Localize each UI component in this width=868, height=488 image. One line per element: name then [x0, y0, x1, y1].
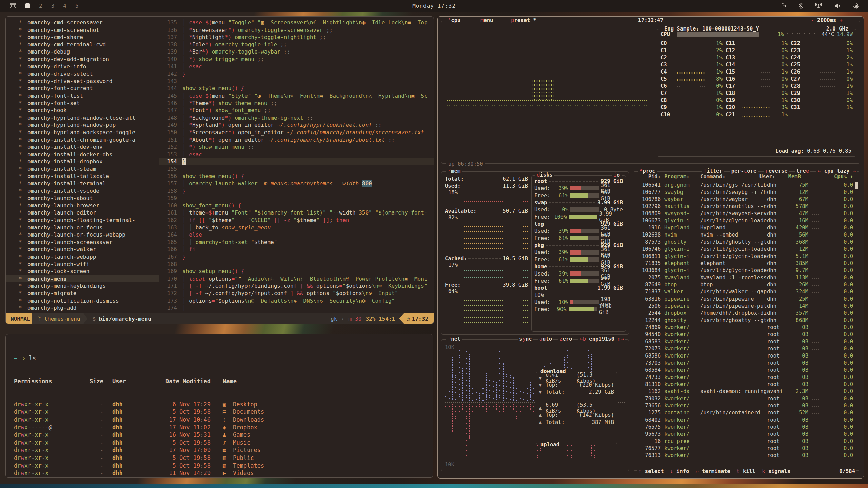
- file-item[interactable]: *omarchy-menu-keybindings: [6, 282, 159, 290]
- tab-mem[interactable]: ²mem: [448, 168, 460, 174]
- process-row[interactable]: 76575kworker/root0B0.0: [634, 423, 859, 430]
- file-item[interactable]: *omarchy-drive-set-password: [6, 78, 159, 85]
- net-control[interactable]: ←b enp191s0 n→: [578, 336, 625, 342]
- file-item[interactable]: *omarchy-lock-screen: [6, 268, 159, 275]
- file-item[interactable]: *omarchy-dev-add-migration: [6, 56, 159, 63]
- file-item[interactable]: *omarchy-cmd-screensaver: [6, 19, 159, 26]
- file-item[interactable]: *omarchy-migrate: [6, 290, 159, 297]
- process-row[interactable]: 72073kworker/root0B0.0: [634, 345, 859, 352]
- proc-control[interactable]: filter: [702, 168, 724, 174]
- process-row[interactable]: 95673kworker/root0B0.0: [634, 430, 859, 438]
- process-row[interactable]: 81310kworker/root0B0.0: [634, 381, 859, 388]
- terminal-window[interactable]: ~ › ls PermissionsSizeUserDate ModifiedN…: [5, 334, 433, 478]
- process-row[interactable]: 102638nvimnvim --embeddhh56M0.0: [634, 231, 859, 238]
- file-list[interactable]: *omarchy-cmd-screensaver*omarchy-cmd-scr…: [6, 17, 159, 313]
- process-row[interactable]: 2075XwaylandXwayland :1 -rootless -dhh11…: [634, 274, 859, 281]
- file-item[interactable]: *omarchy-install-dropbox: [6, 158, 159, 165]
- process-row[interactable]: 106809swayosd-/usr/bin/swayosd-serverdhh…: [634, 210, 859, 217]
- file-item[interactable]: *omarchy-cmd-screenshot: [6, 26, 159, 34]
- file-item[interactable]: *omarchy-pkg-add: [6, 304, 159, 312]
- process-row[interactable]: 74733kworker/root0B0.0: [634, 373, 859, 381]
- file-item[interactable]: *omarchy-hyprland-window-pop: [6, 121, 159, 129]
- process-row[interactable]: 79032kworker/root0B0.0: [634, 395, 859, 402]
- process-row[interactable]: 106811glycin-i/usr/lib/glycin-loadersdhh…: [634, 252, 859, 260]
- process-list[interactable]: 106541org.gnom/usr/bin/gjs /usr/lib/odhh…: [634, 181, 859, 469]
- process-row[interactable]: 73703kworker/root0B0.0: [634, 359, 859, 366]
- process-row[interactable]: 106746glycin-i/usr/lib/glycin-loadersdhh…: [634, 245, 859, 252]
- file-item[interactable]: *omarchy-hook: [6, 107, 159, 114]
- proc-control[interactable]: reverse: [764, 168, 789, 174]
- process-row[interactable]: 106541org.gnom/usr/bin/gjs /usr/lib/odhh…: [634, 181, 859, 188]
- file-item[interactable]: *omarchy-install-vscode: [6, 187, 159, 195]
- file-item[interactable]: *omarchy-cmd-share: [6, 34, 159, 41]
- process-row[interactable]: 63816pipewire/usr/bin/pipewiredhh25M0.0: [634, 295, 859, 302]
- proc-control[interactable]: tree: [795, 168, 810, 174]
- process-row[interactable]: 2506pipewire/usr/bin/pipewire-pulsedhh14…: [634, 302, 859, 309]
- file-item[interactable]: *omarchy-drive-info: [6, 63, 159, 70]
- process-row[interactable]: 1916HyprlandHyprlanddhh420M0.0: [634, 224, 859, 231]
- file-item[interactable]: *omarchy-launch-screensaver: [6, 239, 159, 246]
- net-control[interactable]: auto: [538, 336, 553, 342]
- proc-controls[interactable]: filterper-corereversetree← cpu lazy →: [674, 168, 857, 174]
- process-row[interactable]: 71837walker/usr/bin/walker --gappldhh324…: [634, 288, 859, 295]
- file-item[interactable]: *omarchy-hyprland-workspace-toggle: [6, 129, 159, 136]
- update-interval[interactable]: - 2000ms +: [807, 17, 846, 23]
- net-control[interactable]: sync: [518, 336, 533, 342]
- io-toggle[interactable]: io: [613, 172, 620, 178]
- file-item[interactable]: *omarchy-drive-select: [6, 70, 159, 78]
- file-item[interactable]: *omarchy-launch-wifi: [6, 261, 159, 268]
- net-controls[interactable]: syncautozero←b enp191s0 n→: [518, 336, 625, 342]
- process-row[interactable]: 106777swaybg/usr/bin/swaybg -i /homdhh12…: [634, 188, 859, 196]
- file-item[interactable]: *omarchy-font-set: [6, 100, 159, 107]
- process-row[interactable]: 68584kworker/root0B0.0: [634, 366, 859, 373]
- proc-control[interactable]: ← cpu lazy →: [816, 168, 857, 174]
- file-item[interactable]: *omarchy-font-list: [6, 92, 159, 100]
- process-row[interactable]: 16rcu_preeroot0B0.0: [634, 438, 859, 445]
- process-row[interactable]: 1162avahi-daavahi-daemon: running [avahi…: [634, 388, 859, 395]
- file-item[interactable]: *omarchy-launch-webapp: [6, 253, 159, 261]
- file-item[interactable]: *omarchy-launch-browser: [6, 202, 159, 209]
- process-row[interactable]: 1275containe/usr/bin/containerdroot52M0.…: [634, 409, 859, 416]
- process-row[interactable]: 2544dropbox/home/dhh/.dropbox-distdhh357…: [634, 309, 859, 317]
- process-row[interactable]: 68583kworker/root0B0.0: [634, 338, 859, 345]
- process-row[interactable]: 106786waybar/usr/bin/waybardhh67M0.0: [634, 196, 859, 203]
- file-item[interactable]: *omarchy-launch-or-focus: [6, 224, 159, 231]
- file-item[interactable]: *omarchy-launch-floating-terminal-: [6, 217, 159, 224]
- tab-net[interactable]: ³net: [448, 336, 460, 342]
- file-item[interactable]: *omarchy-launch-editor: [6, 209, 159, 217]
- process-row[interactable]: 102796nautilus/usr/bin/nautilus --newdhh…: [634, 203, 859, 210]
- file-item[interactable]: *omarchy-install-docker-dbs: [6, 151, 159, 158]
- file-item[interactable]: *omarchy-menu: [6, 275, 159, 283]
- process-row[interactable]: 68586kworker/root0B0.0: [634, 352, 859, 359]
- process-row[interactable]: 74869kworker/root0B0.0: [634, 324, 859, 331]
- process-row[interactable]: 12244ghostty/usr/bin/ghostty --gtk-dhh86…: [634, 317, 859, 324]
- file-item[interactable]: *omarchy-install-tailscale: [6, 172, 159, 180]
- process-row[interactable]: 103684glycin-i/usr/lib/glycin-loadersdhh…: [634, 267, 859, 274]
- process-row[interactable]: 87649btopbtopdhh26M0.0: [634, 281, 859, 288]
- process-row[interactable]: 76577kworker/root0B0.0: [634, 445, 859, 452]
- file-item[interactable]: *omarchy-notification-dismiss: [6, 297, 159, 305]
- file-item[interactable]: *omarchy-debug: [6, 48, 159, 56]
- file-item[interactable]: *omarchy-font-current: [6, 85, 159, 92]
- file-item[interactable]: *omarchy-install-chromium-google-a: [6, 136, 159, 144]
- proc-scrollbar[interactable]: [855, 182, 858, 189]
- file-item[interactable]: *omarchy-launch-walker: [6, 246, 159, 253]
- proc-control[interactable]: per-core: [730, 168, 758, 174]
- process-row[interactable]: 87573ghostty/usr/bin/ghostty --gtk-dhh36…: [634, 238, 859, 245]
- file-item[interactable]: *omarchy-install-dev-env: [6, 143, 159, 151]
- code-pane[interactable]: 135│ case $(menu "Toggle" "▣ Screensaver…: [159, 17, 434, 313]
- file-item[interactable]: *omarchy-hyprland-window-close-all: [6, 114, 159, 122]
- process-row[interactable]: 71835elephantelephantdhh385M0.0: [634, 260, 859, 267]
- file-item[interactable]: *omarchy-launch-about: [6, 195, 159, 202]
- tab-disks[interactable]: disks: [537, 172, 553, 178]
- tab-proc[interactable]: ⁴proc: [639, 168, 655, 174]
- process-row[interactable]: 76313kworker/root0B0.0: [634, 452, 859, 459]
- process-row[interactable]: 68402kworker/root0B0.0: [634, 416, 859, 423]
- file-item[interactable]: *omarchy-install-terminal: [6, 180, 159, 187]
- file-item[interactable]: *omarchy-launch-or-focus-webapp: [6, 231, 159, 239]
- process-row[interactable]: 94540kworker/root0B0.0: [634, 331, 859, 338]
- file-item[interactable]: *omarchy-cmd-terminal-cwd: [6, 41, 159, 48]
- process-row[interactable]: 73656kworker/root0B0.0: [634, 402, 859, 409]
- net-control[interactable]: zero: [558, 336, 573, 342]
- process-row[interactable]: 106673glycin-i/usr/lib/glycin-loadersdhh…: [634, 217, 859, 224]
